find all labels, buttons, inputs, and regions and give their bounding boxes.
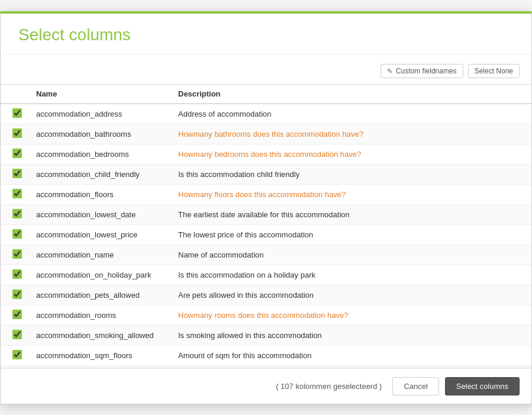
row-field-name: accommodation_lowest_date	[29, 204, 171, 224]
row-description: Is this accommodation on a holiday park	[171, 265, 531, 285]
row-checkbox[interactable]	[12, 350, 22, 359]
row-description: Amount of sqm for this accommodation	[171, 345, 531, 365]
row-description: Name of accommodation	[171, 245, 531, 265]
row-description: Howmany toilets does this accommodation …	[171, 365, 531, 368]
row-field-name: accommodation_address	[29, 104, 171, 124]
row-field-name: accommodation_smoking_allowed	[29, 325, 171, 345]
col-header-name: Name	[29, 85, 171, 104]
row-checkbox[interactable]	[12, 269, 22, 279]
row-checkbox-cell[interactable]	[1, 325, 29, 345]
table-row: accommodation_toiletsHowmany toilets doe…	[1, 365, 531, 368]
table-row: accommodation_bedroomsHowmany bedrooms d…	[1, 144, 531, 164]
table-container[interactable]: Name Description accommodation_addressAd…	[1, 84, 531, 368]
row-checkbox-cell[interactable]	[1, 224, 29, 245]
table-row: accommodation_pets_allowedAre pets allow…	[1, 285, 531, 305]
modal-header: Select columns	[1, 14, 531, 54]
row-field-name: accommodation_name	[29, 245, 171, 265]
row-description: Is smoking allowed in this accommodation	[171, 325, 531, 345]
row-field-name: accommodation_bathrooms	[29, 124, 171, 144]
row-checkbox-cell[interactable]	[1, 144, 29, 164]
row-checkbox-cell[interactable]	[1, 305, 29, 325]
row-checkbox[interactable]	[12, 128, 22, 138]
row-field-name: accommodation_sqm_floors	[29, 345, 171, 365]
row-description: Howmany bathrooms does this accommodatio…	[171, 124, 531, 144]
select-columns-modal: Select columns ✎ Custom fieldnames Selec…	[0, 11, 532, 404]
row-checkbox[interactable]	[12, 108, 22, 118]
row-checkbox-cell[interactable]	[1, 164, 29, 184]
selection-count: ( 107 kolommen geselecteerd )	[276, 382, 382, 391]
row-checkbox[interactable]	[12, 289, 22, 299]
row-checkbox-cell[interactable]	[1, 245, 29, 265]
row-description: Howmany bedrooms does this accommodation…	[171, 144, 531, 164]
row-description: Address of accommodation	[171, 104, 531, 124]
table-row: accommodation_floorsHowmany floors does …	[1, 184, 531, 204]
row-description: Is this accommodation child friendly	[171, 164, 531, 184]
modal-body: ✎ Custom fieldnames Select None Name Des…	[1, 54, 531, 368]
cancel-button[interactable]: Cancel	[392, 377, 439, 395]
row-field-name: accommodation_toilets	[29, 365, 171, 368]
row-checkbox-cell[interactable]	[1, 285, 29, 305]
row-field-name: accommodation_floors	[29, 184, 171, 204]
row-field-name: accommodation_child_friendly	[29, 164, 171, 184]
select-columns-button[interactable]: Select columns	[445, 377, 520, 395]
row-description: The lowest price of this accommodation	[171, 224, 531, 245]
table-row: accommodation_bathroomsHowmany bathrooms…	[1, 124, 531, 144]
row-checkbox-cell[interactable]	[1, 124, 29, 144]
columns-table: Name Description accommodation_addressAd…	[1, 85, 531, 368]
modal-footer: ( 107 kolommen geselecteerd ) Cancel Sel…	[1, 368, 531, 404]
row-checkbox-cell[interactable]	[1, 265, 29, 285]
row-checkbox-cell[interactable]	[1, 104, 29, 124]
table-row: accommodation_nameName of accommodation	[1, 245, 531, 265]
table-row: accommodation_sqm_floorsAmount of sqm fo…	[1, 345, 531, 365]
row-description: The earliest date available for this acc…	[171, 204, 531, 224]
modal-title: Select columns	[18, 25, 514, 44]
row-field-name: accommodation_rooms	[29, 305, 171, 325]
col-header-checkbox	[1, 85, 29, 104]
table-row: accommodation_addressAddress of accommod…	[1, 104, 531, 124]
table-row: accommodation_smoking_allowedIs smoking …	[1, 325, 531, 345]
row-checkbox-cell[interactable]	[1, 345, 29, 365]
select-none-button[interactable]: Select None	[468, 64, 520, 78]
edit-icon: ✎	[387, 67, 392, 75]
table-row: accommodation_roomsHowmany rooms does th…	[1, 305, 531, 325]
toolbar: ✎ Custom fieldnames Select None	[1, 64, 531, 84]
row-field-name: accommodation_pets_allowed	[29, 285, 171, 305]
row-checkbox-cell[interactable]	[1, 204, 29, 224]
row-checkbox-cell[interactable]	[1, 184, 29, 204]
row-checkbox[interactable]	[12, 330, 22, 339]
col-header-description: Description	[171, 85, 531, 104]
row-checkbox[interactable]	[12, 310, 22, 319]
row-checkbox[interactable]	[12, 249, 22, 259]
table-row: accommodation_lowest_priceThe lowest pri…	[1, 224, 531, 245]
row-checkbox[interactable]	[12, 149, 22, 158]
table-row: accommodation_lowest_dateThe earliest da…	[1, 204, 531, 224]
row-checkbox[interactable]	[12, 189, 22, 198]
row-checkbox[interactable]	[12, 169, 22, 178]
row-checkbox[interactable]	[12, 229, 22, 239]
row-field-name: accommodation_bedrooms	[29, 144, 171, 164]
table-row: accommodation_on_holiday_parkIs this acc…	[1, 265, 531, 285]
row-checkbox[interactable]	[12, 209, 22, 218]
table-row: accommodation_child_friendlyIs this acco…	[1, 164, 531, 184]
row-checkbox-cell[interactable]	[1, 365, 29, 368]
row-field-name: accommodation_lowest_price	[29, 224, 171, 245]
row-description: Howmany floors does this accommodation h…	[171, 184, 531, 204]
row-description: Howmany rooms does this accommodation ha…	[171, 305, 531, 325]
custom-fieldnames-button[interactable]: ✎ Custom fieldnames	[381, 64, 463, 78]
row-field-name: accommodation_on_holiday_park	[29, 265, 171, 285]
row-description: Are pets allowed in this accommodation	[171, 285, 531, 305]
